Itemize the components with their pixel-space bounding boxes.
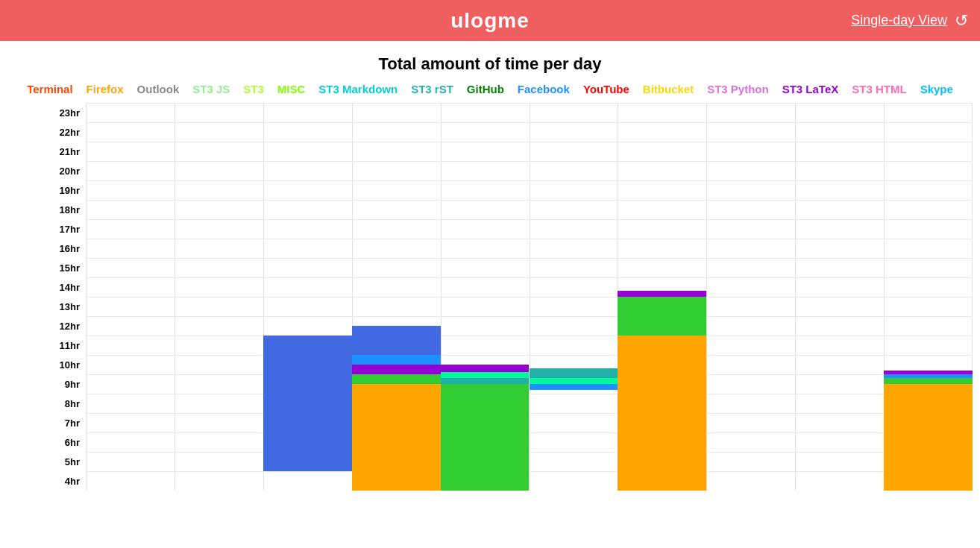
legend-item-st3-latex[interactable]: ST3 LaTeX xyxy=(782,83,839,95)
bar-segment xyxy=(530,384,618,390)
y-label: 4hr xyxy=(45,471,86,491)
bar-segment xyxy=(618,291,706,297)
chart-columns xyxy=(86,103,973,491)
bar-segment xyxy=(884,378,973,384)
legend-item-youtube[interactable]: YouTube xyxy=(583,83,629,95)
y-label: 19hr xyxy=(45,180,86,200)
legend-item-st3-rst[interactable]: ST3 rST xyxy=(411,83,453,95)
bar-segment xyxy=(352,365,441,374)
header-actions: Single-day View ↺ xyxy=(851,11,968,31)
y-axis: 23hr22hr21hr20hr19hr18hr17hr16hr15hr14hr… xyxy=(45,103,86,491)
bar-segment xyxy=(441,372,530,378)
bar-segment xyxy=(441,378,530,384)
y-label: 10hr xyxy=(45,355,86,374)
legend-item-facebook[interactable]: Facebook xyxy=(518,83,570,95)
y-label: 13hr xyxy=(45,297,86,316)
y-label: 20hr xyxy=(45,161,86,180)
legend-item-st3-html[interactable]: ST3 HTML xyxy=(852,83,906,95)
y-label: 17hr xyxy=(45,219,86,239)
legend-item-st3-js[interactable]: ST3 JS xyxy=(192,83,230,95)
legend-item-firefox[interactable]: Firefox xyxy=(87,83,124,95)
single-day-link[interactable]: Single-day View xyxy=(851,13,947,28)
bar-segment xyxy=(441,365,530,372)
bar-segment xyxy=(263,336,352,471)
bar-segment xyxy=(352,384,441,491)
y-label: 12hr xyxy=(45,316,86,336)
bar-segment xyxy=(618,336,706,491)
legend-item-st3[interactable]: ST3 xyxy=(243,83,264,95)
y-label: 5hr xyxy=(45,452,86,471)
y-label: 6hr xyxy=(45,432,86,452)
legend: TerminalFirefoxOutlookST3 JSST3MISCST3 M… xyxy=(0,83,980,95)
bar-segment xyxy=(530,368,618,378)
y-label: 11hr xyxy=(45,336,86,355)
bar-segment xyxy=(441,384,530,491)
legend-item-github[interactable]: GitHub xyxy=(467,83,504,95)
legend-item-st3-markdown[interactable]: ST3 Markdown xyxy=(318,83,398,95)
bar-segment xyxy=(352,374,441,384)
legend-item-misc[interactable]: MISC xyxy=(277,83,306,95)
y-label: 15hr xyxy=(45,258,86,277)
bar-segment xyxy=(884,384,973,491)
y-label: 7hr xyxy=(45,413,86,432)
app-header: ulogme Single-day View ↺ xyxy=(0,0,980,41)
y-label: 14hr xyxy=(45,277,86,297)
y-label: 16hr xyxy=(45,239,86,258)
legend-item-st3-python[interactable]: ST3 Python xyxy=(707,83,769,95)
refresh-icon[interactable]: ↺ xyxy=(955,11,968,31)
y-label: 18hr xyxy=(45,200,86,219)
y-label: 22hr xyxy=(45,122,86,142)
legend-item-skype[interactable]: Skype xyxy=(920,83,953,95)
y-label: 9hr xyxy=(45,374,86,394)
bar-segment xyxy=(530,378,618,384)
y-label: 23hr xyxy=(45,103,86,122)
bar-segment xyxy=(884,374,973,378)
y-label: 8hr xyxy=(45,394,86,413)
bar-segment xyxy=(618,297,706,336)
app-title: ulogme xyxy=(450,9,530,33)
legend-item-terminal[interactable]: Terminal xyxy=(27,83,72,95)
page-title: Total amount of time per day xyxy=(0,54,980,74)
bar-segment xyxy=(352,355,441,365)
legend-item-outlook[interactable]: Outlook xyxy=(137,83,180,95)
legend-item-bitbucket[interactable]: Bitbucket xyxy=(643,83,694,95)
bar-segment xyxy=(352,326,441,355)
bar-segment xyxy=(884,371,973,374)
y-label: 21hr xyxy=(45,142,86,161)
chart-area: 23hr22hr21hr20hr19hr18hr17hr16hr15hr14hr… xyxy=(0,103,980,491)
